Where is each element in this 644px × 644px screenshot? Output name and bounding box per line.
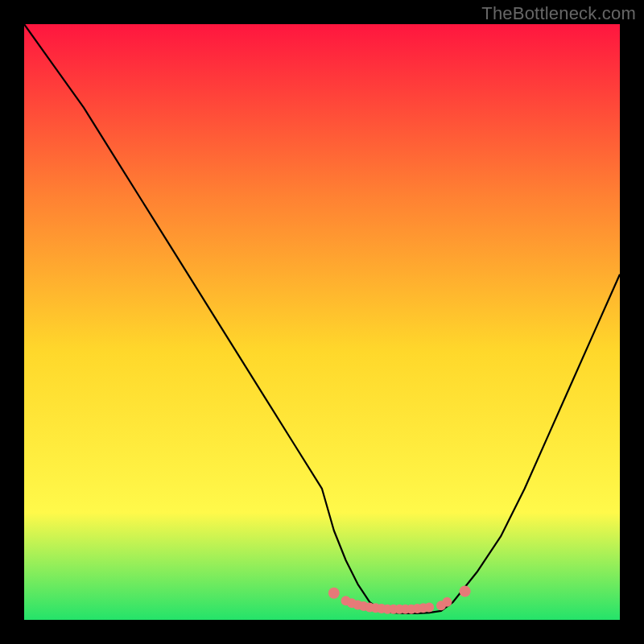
optimal-dot	[460, 585, 471, 597]
chart-plot-area	[24, 24, 620, 620]
optimal-dot	[424, 602, 434, 612]
optimal-dot	[442, 597, 452, 607]
watermark-text: TheBottleneck.com	[481, 3, 636, 24]
gradient-background	[24, 24, 620, 620]
chart-frame: TheBottleneck.com	[0, 0, 644, 644]
chart-svg	[24, 24, 620, 620]
optimal-dot	[328, 588, 340, 599]
